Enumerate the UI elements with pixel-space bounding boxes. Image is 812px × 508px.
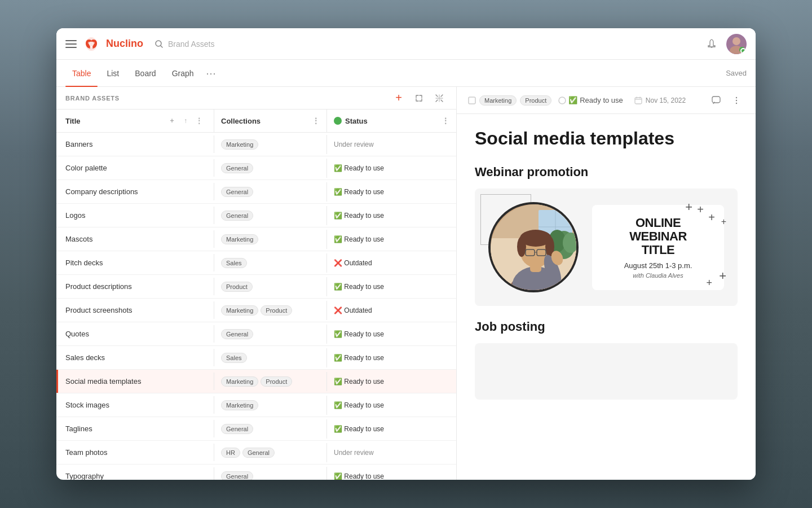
logo[interactable]: Nuclino: [85, 36, 143, 52]
svg-rect-9: [469, 97, 475, 104]
row-title: Product screenshots: [56, 301, 214, 319]
main-content: BRAND ASSETS +: [56, 87, 756, 480]
table-body: Banners Marketing Under review Color pal…: [56, 133, 456, 480]
row-title: Quotes: [56, 325, 214, 343]
search-bar[interactable]: Brand Assets: [155, 40, 215, 49]
row-title: Mascots: [56, 230, 214, 248]
row-collections: General: [214, 419, 327, 439]
table-row[interactable]: Product screenshots Marketing Product ❌ …: [56, 299, 456, 322]
collections-col-menu-icon[interactable]: ⋮: [312, 116, 320, 125]
row-title: Sales decks: [56, 349, 214, 366]
collection-tag: General: [221, 329, 253, 339]
table-row[interactable]: Team photos HR General Under review: [56, 441, 456, 465]
comment-button[interactable]: [708, 93, 724, 108]
row-collections: Marketing Product: [214, 301, 327, 320]
collection-tag: Sales: [221, 353, 247, 363]
row-status: ❌ Outdated: [327, 302, 456, 319]
tab-table[interactable]: Table: [65, 64, 98, 82]
add-row-button[interactable]: +: [391, 90, 407, 106]
row-title: Banners: [56, 135, 214, 153]
table-row[interactable]: Taglines General ✅ Ready to use: [56, 417, 456, 441]
svg-point-1: [88, 42, 90, 44]
table-row[interactable]: Product descriptions Product ✅ Ready to …: [56, 275, 456, 299]
more-col-btn[interactable]: ⋮: [193, 115, 205, 126]
table-row[interactable]: Pitch decks Sales ❌ Outdated: [56, 251, 456, 275]
tab-graph[interactable]: Graph: [165, 64, 201, 82]
search-icon: [155, 40, 164, 49]
table-actions: +: [391, 90, 447, 106]
row-collections: Marketing Product: [214, 372, 327, 391]
doc-tags: Marketing Product: [468, 95, 551, 106]
svg-rect-11: [635, 98, 642, 104]
table-row[interactable]: Sales decks Sales ✅ Ready to use: [56, 346, 456, 370]
collection-tag: General: [221, 187, 253, 197]
svg-point-15: [736, 102, 737, 103]
row-title: Logos: [56, 207, 214, 224]
row-collections: Marketing: [214, 396, 327, 415]
deco-plus-1: +: [685, 200, 692, 214]
collection-tag: General: [221, 211, 253, 221]
row-collections: General: [214, 206, 327, 225]
doc-tag-product[interactable]: Product: [520, 95, 551, 106]
collection-tag: Product: [261, 305, 292, 316]
svg-point-10: [559, 97, 566, 104]
tabs-bar: Table List Board Graph ⋯ Saved: [56, 60, 756, 87]
row-status: ✅ Ready to use: [327, 397, 456, 414]
collection-tag: General: [221, 471, 253, 480]
webinar-photo: [488, 202, 579, 292]
status-col-menu-icon[interactable]: ⋮: [442, 116, 449, 125]
notification-bell-icon[interactable]: [706, 38, 717, 50]
col-title: Title + ↑ ⋮: [56, 110, 214, 132]
table-row[interactable]: Banners Marketing Under review: [56, 133, 456, 156]
row-title: Taglines: [56, 420, 214, 437]
table-row[interactable]: Mascots Marketing ✅ Ready to use: [56, 227, 456, 251]
collection-tag: Marketing: [221, 139, 258, 150]
deco-plus-6: +: [706, 277, 712, 289]
row-status: Under review: [327, 136, 456, 153]
saved-status: Saved: [726, 69, 747, 77]
row-status: ✅ Ready to use: [327, 207, 456, 224]
doc-tag-marketing[interactable]: Marketing: [479, 95, 517, 106]
expand-button[interactable]: [411, 90, 427, 106]
row-collections: Sales: [214, 348, 327, 367]
row-status: ✅ Ready to use: [327, 349, 456, 366]
svg-point-13: [736, 97, 737, 98]
table-row[interactable]: Logos General ✅ Ready to use: [56, 204, 456, 227]
table-row[interactable]: Stock images Marketing ✅ Ready to use: [56, 393, 456, 417]
table-row[interactable]: Color palette General ✅ Ready to use: [56, 156, 456, 180]
webinar-main-title: ONLINEWEBINARTITLE: [606, 216, 710, 257]
col-title-actions: + ↑ ⋮: [166, 115, 205, 126]
svg-point-14: [736, 99, 737, 100]
row-status: ✅ Ready to use: [327, 231, 456, 248]
svg-point-5: [732, 37, 740, 45]
table-row[interactable]: Company descriptions General ✅ Ready to …: [56, 180, 456, 204]
row-status: ✅ Ready to use: [327, 160, 456, 177]
doc-date: Nov 15, 2022: [634, 97, 686, 104]
job-card: [475, 343, 738, 400]
row-status: ✅ Ready to use: [327, 468, 456, 480]
row-collections: Sales: [214, 253, 327, 273]
webinar-section-title: Webinar promotion: [475, 165, 738, 179]
collection-tag: General: [221, 163, 253, 173]
table-row[interactable]: Quotes General ✅ Ready to use: [56, 322, 456, 346]
avatar[interactable]: [726, 34, 747, 54]
row-collections: HR General: [214, 443, 327, 462]
collapse-button[interactable]: [431, 90, 447, 106]
row-collections: Marketing: [214, 135, 327, 154]
table-row[interactable]: Typography General ✅ Ready to use: [56, 465, 456, 480]
row-title: Social media templates: [56, 373, 214, 390]
doc-more-button[interactable]: [729, 93, 744, 108]
left-panel: BRAND ASSETS +: [56, 87, 457, 480]
tab-list[interactable]: List: [100, 64, 126, 82]
row-title: Stock images: [56, 396, 214, 414]
sort-col-btn[interactable]: ↑: [180, 115, 191, 126]
row-status: Under review: [327, 444, 456, 461]
add-col-btn[interactable]: +: [166, 115, 178, 126]
tab-board[interactable]: Board: [128, 64, 162, 82]
row-collections: Product: [214, 277, 327, 296]
table-row[interactable]: Social media templates Marketing Product…: [56, 370, 456, 393]
search-text: Brand Assets: [168, 40, 215, 49]
row-title: Pitch decks: [56, 254, 214, 271]
hamburger-menu-button[interactable]: [65, 40, 77, 48]
more-tabs-button[interactable]: ⋯: [203, 65, 219, 81]
